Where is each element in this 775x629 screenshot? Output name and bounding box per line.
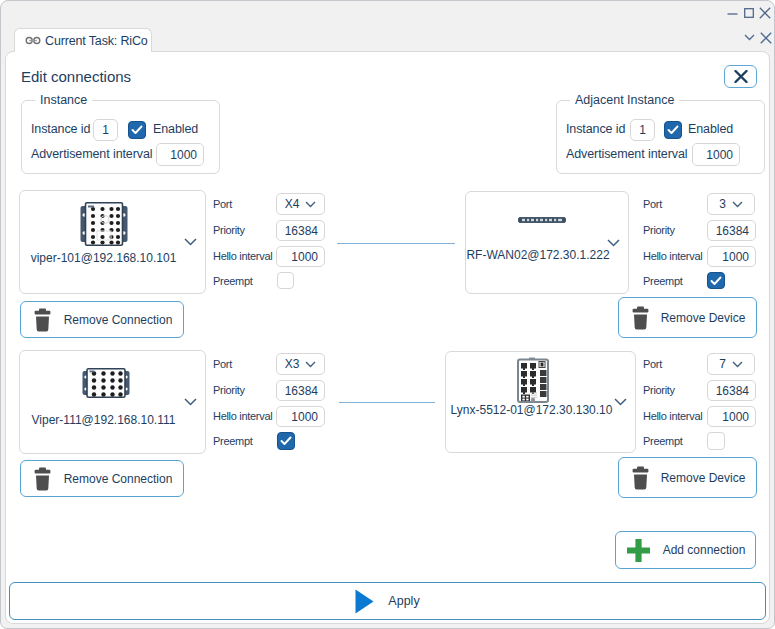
device-combobox-viper-111[interactable]: Viper-111@192.168.10.111 (19, 350, 206, 454)
instance-groupbox-legend: Instance (35, 93, 92, 107)
priority-input[interactable]: 16384 (276, 220, 325, 241)
app-window: Current Task: RiCo Edit connections Inst… (0, 0, 775, 629)
adjacent-adv-interval-input[interactable]: 1000 (692, 143, 740, 166)
preempt-label: Preempt (213, 435, 252, 447)
device-label: Viper-111@192.168.10.111 (20, 413, 187, 427)
hello-interval-value: 1000 (291, 250, 318, 264)
add-connection-label: Add connection (663, 543, 746, 557)
preempt-label: Preempt (643, 435, 682, 447)
remove-connection-button[interactable]: Remove Connection (20, 301, 184, 338)
hello-interval-label: Hello interval (643, 410, 702, 422)
chevron-down-icon (184, 238, 197, 246)
chevron-down-icon (305, 201, 316, 208)
adjacent-enabled-label: Enabled (688, 122, 733, 136)
instance-enabled-checkbox[interactable] (128, 121, 146, 139)
device-combobox-rf-wan02[interactable]: RF-WAN02@172.30.1.222 (465, 191, 629, 294)
connection-line (337, 243, 455, 244)
preempt-checkbox[interactable] (277, 432, 295, 450)
remove-connection-button[interactable]: Remove Connection (20, 460, 184, 497)
priority-input[interactable]: 16384 (276, 380, 325, 401)
trash-icon (32, 467, 53, 491)
adjacent-instance-groupbox-legend: Adjacent Instance (570, 93, 679, 107)
hello-interval-value: 1000 (291, 410, 318, 424)
priority-label: Priority (643, 224, 675, 236)
remove-device-button[interactable]: Remove Device (618, 457, 757, 498)
tab-label: Current Task: RiCo (45, 34, 148, 48)
device-image-viper-101 (80, 202, 128, 246)
remove-device-button[interactable]: Remove Device (618, 297, 757, 338)
apply-label: Apply (388, 594, 419, 608)
preempt-checkbox[interactable] (707, 432, 725, 450)
port-value: X3 (285, 357, 300, 371)
adjacent-adv-interval-label: Advertisement interval (566, 147, 687, 161)
hello-interval-value: 1000 (722, 250, 749, 264)
window-maximize-button[interactable] (740, 4, 757, 22)
preempt-label: Preempt (213, 275, 252, 287)
adv-interval-value: 1000 (706, 148, 733, 162)
device-image-lynx-5512 (517, 357, 549, 403)
window-minimize-button[interactable] (723, 4, 741, 22)
adjacent-enabled-checkbox[interactable] (664, 121, 682, 139)
instance-id-input[interactable]: 1 (93, 119, 118, 141)
check-icon (667, 125, 679, 135)
trash-icon (630, 306, 651, 330)
check-icon (710, 276, 722, 286)
device-label: viper-101@192.168.10.101 (20, 251, 187, 265)
preempt-checkbox[interactable] (707, 272, 725, 289)
check-icon (131, 125, 143, 135)
device-image-rf-wan02 (518, 217, 566, 223)
chevron-down-icon (614, 398, 627, 406)
priority-label: Priority (213, 384, 245, 396)
priority-value: 16384 (285, 224, 318, 238)
tabstrip-chevron-down-icon[interactable] (743, 32, 756, 43)
preempt-checkbox[interactable] (277, 272, 294, 289)
priority-input[interactable]: 16384 (707, 380, 756, 401)
tabstrip-close-icon[interactable] (758, 30, 773, 45)
play-icon (355, 589, 374, 614)
port-select[interactable]: 3 (707, 193, 755, 215)
port-label: Port (213, 358, 232, 370)
device-image-viper-111 (82, 368, 130, 398)
title-bar (1, 1, 774, 29)
remove-connection-label: Remove Connection (64, 313, 173, 327)
priority-value: 16384 (716, 384, 749, 398)
tab-current-task[interactable]: Current Task: RiCo (14, 28, 152, 52)
dialog-close-button[interactable] (724, 65, 757, 88)
adjacent-instance-id-input[interactable]: 1 (630, 119, 655, 141)
hello-interval-input[interactable]: 1000 (707, 406, 756, 427)
priority-input[interactable]: 16384 (707, 220, 756, 241)
hello-interval-input[interactable]: 1000 (276, 246, 325, 267)
instance-adv-interval-label: Advertisement interval (31, 147, 152, 161)
plus-icon (626, 538, 651, 563)
chevron-down-icon (607, 239, 620, 247)
close-icon (759, 7, 771, 19)
maximize-icon (744, 8, 754, 18)
check-icon (280, 436, 292, 446)
device-combobox-lynx-5512[interactable]: Lynx-5512-01@172.30.130.10 (445, 351, 636, 453)
instance-id-value: 1 (639, 123, 646, 137)
dialog-title: Edit connections (21, 68, 131, 85)
hello-interval-input[interactable]: 1000 (707, 246, 756, 267)
instance-adv-interval-input[interactable]: 1000 (156, 143, 204, 166)
hello-interval-value: 1000 (722, 410, 749, 424)
device-label: Lynx-5512-01@172.30.130.10 (446, 403, 617, 417)
instance-id-label: Instance id (31, 122, 90, 136)
trash-icon (630, 466, 651, 490)
port-label: Port (643, 198, 662, 210)
remove-connection-label: Remove Connection (64, 472, 173, 486)
port-value: 7 (719, 357, 726, 371)
chevron-down-icon (732, 201, 743, 208)
trash-icon (32, 308, 53, 332)
priority-label: Priority (213, 224, 245, 236)
hello-interval-label: Hello interval (213, 250, 272, 262)
window-close-button[interactable] (756, 4, 774, 22)
port-select[interactable]: X3 (276, 353, 325, 375)
device-label: RF-WAN02@172.30.1.222 (466, 248, 610, 262)
hello-interval-input[interactable]: 1000 (276, 406, 325, 427)
device-combobox-viper-101[interactable]: viper-101@192.168.10.101 (19, 190, 206, 294)
apply-button[interactable]: Apply (9, 582, 766, 620)
add-connection-button[interactable]: Add connection (615, 531, 756, 569)
port-select[interactable]: 7 (707, 353, 755, 375)
instance-enabled-label: Enabled (153, 122, 198, 136)
port-select[interactable]: X4 (276, 193, 325, 215)
